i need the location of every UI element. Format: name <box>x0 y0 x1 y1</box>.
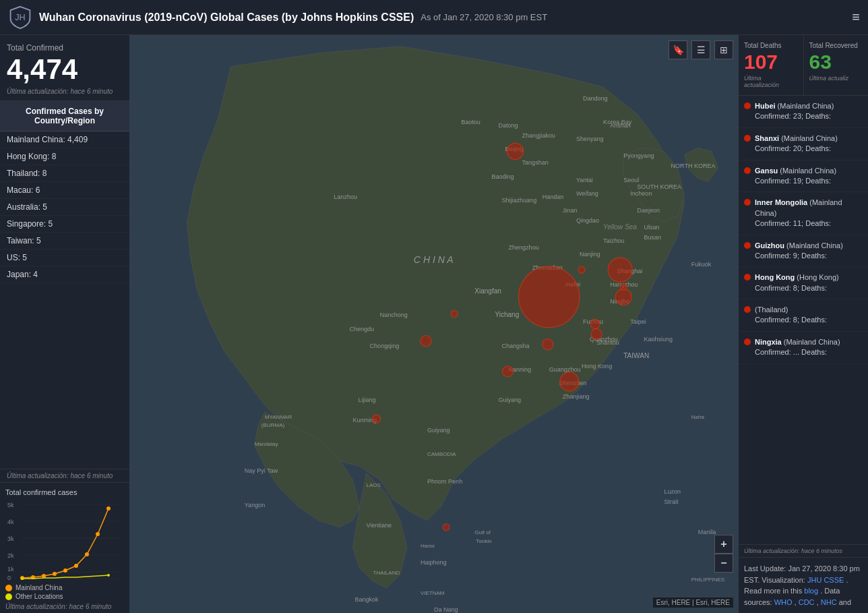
svg-point-119 <box>451 310 458 317</box>
svg-text:Incheon: Incheon <box>630 190 652 197</box>
header-left: JH Wuhan Coronavirus (2019-nCoV) Global … <box>8 5 547 30</box>
svg-text:4k: 4k <box>7 519 14 525</box>
svg-text:Changsha: Changsha <box>501 343 530 349</box>
svg-text:Fukuok: Fukuok <box>691 261 712 268</box>
svg-text:3k: 3k <box>7 535 14 542</box>
right-list-item[interactable]: Gansu (Mainland China) Confirmed: 19; De… <box>739 160 868 193</box>
deaths-last-update: Última actualización <box>744 75 798 88</box>
total-recovered-box: Total Recovered 63 Última actualiz <box>804 35 869 95</box>
svg-text:Xiangfan: Xiangfan <box>474 287 501 295</box>
zoom-out-btn[interactable]: − <box>714 554 733 573</box>
svg-text:THAILAND: THAILAND <box>373 570 400 576</box>
svg-text:Shenyang: Shenyang <box>576 136 604 142</box>
info-cdc-link[interactable]: CDC <box>799 598 815 606</box>
right-list-item[interactable]: (Thailand) Confirmed: 8; Deaths: <box>739 299 868 332</box>
total-recovered-number: 63 <box>809 52 863 72</box>
right-list-item[interactable]: Ningxia (Mainland China) Confirmed: ... … <box>739 332 868 364</box>
svg-text:Haiphong: Haiphong <box>421 559 447 566</box>
list-item[interactable]: Macau: 6 <box>0 182 129 199</box>
svg-text:NORTH KOREA: NORTH KOREA <box>671 163 716 169</box>
svg-text:Guiyang: Guiyang <box>427 427 450 434</box>
right-list-dot <box>744 103 751 109</box>
right-list-item[interactable]: Shanxi (Mainland China) Confirmed: 20; D… <box>739 128 868 160</box>
svg-text:Zhanjiang: Zhanjiang <box>563 393 590 400</box>
svg-text:Chongqing: Chongqing <box>370 343 400 349</box>
grid-btn[interactable]: ⊞ <box>714 40 733 59</box>
map-svg: C H I N A SOUTH KOREA NORTH KOREA Shenya… <box>129 35 739 613</box>
svg-text:Guiyang: Guiyang <box>498 397 521 403</box>
right-stats: Total Deaths 107 Última actualización To… <box>739 35 868 96</box>
list-item[interactable]: Australia: 5 <box>0 199 129 216</box>
svg-point-16 <box>53 572 57 576</box>
info-blog-link[interactable]: blog <box>804 587 818 595</box>
chart-legend: Mainland China Other Locations <box>5 584 124 600</box>
right-list-text: Guizhou (Mainland China) Confirmed: 9; D… <box>755 241 843 262</box>
svg-point-115 <box>502 366 513 377</box>
menu-icon[interactable]: ≡ <box>852 9 860 25</box>
right-list-text: Hong Kong (Hong Kong) Confirmed: 8; Deat… <box>755 272 839 293</box>
info-nhc-link[interactable]: NHC <box>821 598 837 606</box>
list-item[interactable]: Taiwan: 5 <box>0 233 129 250</box>
right-list-item[interactable]: Hubei (Mainland China) Confirmed: 23; De… <box>739 96 868 128</box>
svg-text:Baotou: Baotou <box>461 119 480 125</box>
list-btn[interactable]: ☰ <box>691 40 710 59</box>
svg-text:Yangon: Yangon <box>245 502 265 508</box>
right-list: Hubei (Mainland China) Confirmed: 23; De… <box>739 96 868 544</box>
right-list-item[interactable]: Hong Kong (Hong Kong) Confirmed: 8; Deat… <box>739 267 868 299</box>
total-confirmed-last-update: Última actualización: hace 6 minuto <box>7 88 123 95</box>
right-list-item[interactable]: Inner Mongolia (Mainland China) Confirme… <box>739 192 868 235</box>
svg-text:Ulsan: Ulsan <box>644 224 659 231</box>
svg-text:Zhengzhou: Zhengzhou <box>508 244 538 251</box>
map-attribution: Esri, HERE | Esri, HERE <box>653 597 733 608</box>
svg-text:Yellow Sea: Yellow Sea <box>603 223 637 231</box>
list-item[interactable]: Thailand: 8 <box>0 165 129 182</box>
list-item[interactable]: Hong Kong: 8 <box>0 148 129 165</box>
zoom-in-btn[interactable]: + <box>714 535 733 554</box>
header-title-main: Wuhan Coronavirus (2019-nCoV) Global Cas… <box>39 11 414 24</box>
svg-text:Taizhou: Taizhou <box>603 237 624 244</box>
svg-text:Hanoi: Hanoi <box>421 543 435 549</box>
legend-other-dot <box>5 593 12 600</box>
svg-point-19 <box>85 552 89 556</box>
svg-text:Chengdu: Chengdu <box>349 326 374 332</box>
bookmark-btn[interactable]: 🔖 <box>669 40 687 59</box>
svg-text:Ene. 20: Ene. 20 <box>22 580 41 581</box>
svg-point-120 <box>620 283 627 290</box>
list-item[interactable]: Japan: 4 <box>0 266 129 283</box>
shield-icon: JH <box>8 5 32 30</box>
svg-text:Yichang: Yichang <box>495 311 519 318</box>
list-item[interactable]: US: 5 <box>0 250 129 266</box>
svg-text:5k: 5k <box>7 502 14 508</box>
svg-point-20 <box>96 532 100 536</box>
svg-text:Zhangjiakou: Zhangjiakou <box>522 132 555 139</box>
svg-point-109 <box>608 258 632 282</box>
zoom-out-icon: − <box>720 557 726 569</box>
svg-point-18 <box>74 564 78 568</box>
total-confirmed-number: 4,474 <box>7 55 123 84</box>
svg-point-111 <box>615 289 631 305</box>
left-sidebar: Total Confirmed 4,474 Última actualizaci… <box>0 35 129 613</box>
right-list-text: Shanxi (Mainland China) Confirmed: 20; D… <box>755 134 838 154</box>
svg-text:Daejeon: Daejeon <box>637 207 660 214</box>
zoom-in-icon: + <box>720 538 726 550</box>
app-header: JH Wuhan Coronavirus (2019-nCoV) Global … <box>0 0 868 35</box>
total-deaths-box: Total Deaths 107 Última actualización <box>739 35 804 95</box>
svg-text:TAIWAN: TAIWAN <box>623 352 649 359</box>
svg-text:Gulf of: Gulf of <box>474 529 491 535</box>
right-list-text: Inner Mongolia (Mainland China) Confirme… <box>755 198 863 229</box>
country-list: Mainland China: 4,409Hong Kong: 8Thailan… <box>0 132 129 469</box>
svg-text:Nanchong: Nanchong <box>380 312 408 318</box>
right-list-dot <box>744 306 751 313</box>
list-item[interactable]: Singapore: 5 <box>0 216 129 233</box>
svg-point-107 <box>519 266 580 327</box>
right-list-item[interactable]: Guizhou (Mainland China) Confirmed: 9; D… <box>739 235 868 268</box>
svg-point-113 <box>421 336 431 347</box>
svg-point-23 <box>107 574 110 577</box>
svg-text:Ene. 27: Ene. 27 <box>95 580 114 581</box>
right-list-dot <box>744 339 751 345</box>
info-who-link[interactable]: WHO <box>774 598 793 606</box>
chart-svg: 5k 4k 3k 2k 1k 0 <box>5 500 124 581</box>
svg-text:Datong: Datong <box>498 122 518 129</box>
list-item[interactable]: Mainland China: 4,409 <box>0 132 129 148</box>
info-jhu-csse-link[interactable]: JHU CSSE <box>807 576 844 584</box>
